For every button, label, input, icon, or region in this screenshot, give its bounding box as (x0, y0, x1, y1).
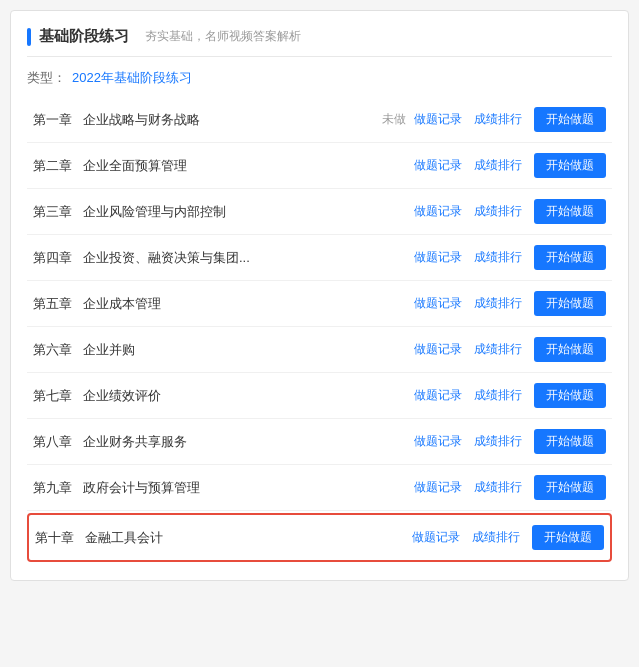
chapter-num: 第四章 (33, 249, 83, 267)
record-link[interactable]: 做题记录 (414, 433, 462, 450)
chapter-num: 第六章 (33, 341, 83, 359)
chapter-name: 企业全面预算管理 (83, 157, 414, 175)
chapter-num: 第二章 (33, 157, 83, 175)
chapter-name: 企业绩效评价 (83, 387, 414, 405)
rank-link[interactable]: 成绩排行 (474, 295, 522, 312)
chapter-num: 第七章 (33, 387, 83, 405)
chapter-num: 第一章 (33, 111, 83, 129)
start-button[interactable]: 开始做题 (534, 337, 606, 362)
record-link[interactable]: 做题记录 (414, 295, 462, 312)
chapter-row: 第三章企业风险管理与内部控制做题记录成绩排行开始做题 (27, 189, 612, 235)
rank-link[interactable]: 成绩排行 (474, 249, 522, 266)
section-header: 基础阶段练习 夯实基础，名师视频答案解析 (27, 27, 612, 57)
chapter-name: 企业财务共享服务 (83, 433, 414, 451)
chapter-list: 第一章企业战略与财务战略未做做题记录成绩排行开始做题第二章企业全面预算管理做题记… (27, 97, 612, 562)
rank-link[interactable]: 成绩排行 (474, 479, 522, 496)
chapter-name: 企业成本管理 (83, 295, 414, 313)
chapter-row: 第六章企业并购做题记录成绩排行开始做题 (27, 327, 612, 373)
record-link[interactable]: 做题记录 (414, 111, 462, 128)
chapter-num: 第八章 (33, 433, 83, 451)
start-button[interactable]: 开始做题 (534, 429, 606, 454)
record-link[interactable]: 做题记录 (414, 387, 462, 404)
rank-link[interactable]: 成绩排行 (474, 111, 522, 128)
chapter-row: 第七章企业绩效评价做题记录成绩排行开始做题 (27, 373, 612, 419)
chapter-name: 金融工具会计 (85, 529, 412, 547)
main-container: 基础阶段练习 夯实基础，名师视频答案解析 类型： 2022年基础阶段练习 第一章… (10, 10, 629, 581)
chapter-num: 第五章 (33, 295, 83, 313)
chapter-name: 企业风险管理与内部控制 (83, 203, 414, 221)
chapter-num: 第九章 (33, 479, 83, 497)
filter-value[interactable]: 2022年基础阶段练习 (72, 69, 192, 87)
rank-link[interactable]: 成绩排行 (474, 341, 522, 358)
record-link[interactable]: 做题记录 (414, 479, 462, 496)
rank-link[interactable]: 成绩排行 (474, 157, 522, 174)
chapter-name: 政府会计与预算管理 (83, 479, 414, 497)
start-button[interactable]: 开始做题 (534, 475, 606, 500)
start-button[interactable]: 开始做题 (532, 525, 604, 550)
start-button[interactable]: 开始做题 (534, 291, 606, 316)
chapter-row: 第八章企业财务共享服务做题记录成绩排行开始做题 (27, 419, 612, 465)
bar-indicator (27, 28, 31, 46)
filter-label: 类型： (27, 69, 66, 87)
start-button[interactable]: 开始做题 (534, 107, 606, 132)
record-link[interactable]: 做题记录 (414, 203, 462, 220)
record-link[interactable]: 做题记录 (414, 157, 462, 174)
rank-link[interactable]: 成绩排行 (474, 203, 522, 220)
section-subtitle: 夯实基础，名师视频答案解析 (145, 28, 301, 45)
chapter-num: 第三章 (33, 203, 83, 221)
chapter-row: 第四章企业投资、融资决策与集团...做题记录成绩排行开始做题 (27, 235, 612, 281)
chapter-num: 第十章 (35, 529, 85, 547)
status-undone: 未做 (382, 111, 406, 128)
chapter-row: 第五章企业成本管理做题记录成绩排行开始做题 (27, 281, 612, 327)
rank-link[interactable]: 成绩排行 (474, 387, 522, 404)
chapter-row: 第二章企业全面预算管理做题记录成绩排行开始做题 (27, 143, 612, 189)
rank-link[interactable]: 成绩排行 (474, 433, 522, 450)
chapter-name: 企业投资、融资决策与集团... (83, 249, 414, 267)
start-button[interactable]: 开始做题 (534, 199, 606, 224)
rank-link[interactable]: 成绩排行 (472, 529, 520, 546)
chapter-row: 第十章金融工具会计做题记录成绩排行开始做题 (27, 513, 612, 562)
start-button[interactable]: 开始做题 (534, 383, 606, 408)
record-link[interactable]: 做题记录 (414, 249, 462, 266)
start-button[interactable]: 开始做题 (534, 153, 606, 178)
record-link[interactable]: 做题记录 (412, 529, 460, 546)
section-title: 基础阶段练习 (39, 27, 129, 46)
chapter-row: 第一章企业战略与财务战略未做做题记录成绩排行开始做题 (27, 97, 612, 143)
filter-row: 类型： 2022年基础阶段练习 (27, 69, 612, 87)
section-title-bar: 基础阶段练习 夯实基础，名师视频答案解析 (27, 27, 301, 46)
start-button[interactable]: 开始做题 (534, 245, 606, 270)
record-link[interactable]: 做题记录 (414, 341, 462, 358)
chapter-name: 企业并购 (83, 341, 414, 359)
chapter-row: 第九章政府会计与预算管理做题记录成绩排行开始做题 (27, 465, 612, 511)
chapter-name: 企业战略与财务战略 (83, 111, 382, 129)
